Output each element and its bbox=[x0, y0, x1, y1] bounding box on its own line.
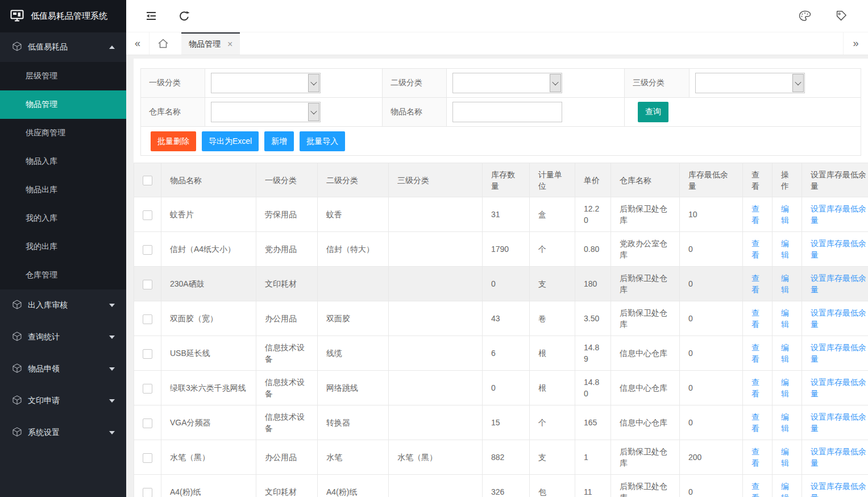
view-link[interactable]: 查看 bbox=[751, 204, 759, 225]
sidebar-group[interactable]: 文印申请 bbox=[0, 385, 126, 417]
cell-cat2: A4(粉)纸 bbox=[318, 475, 389, 497]
cell-name: 双面胶（宽） bbox=[161, 301, 256, 336]
row-checkbox[interactable] bbox=[143, 280, 152, 289]
edit-link[interactable]: 编辑 bbox=[781, 343, 789, 363]
tabs-scroll-right-icon[interactable]: » bbox=[843, 32, 868, 55]
edit-cell: 编辑 bbox=[773, 232, 802, 267]
sidebar-subitem[interactable]: 我的出库 bbox=[0, 233, 126, 261]
chevron-down-icon bbox=[109, 367, 115, 371]
sidebar-group[interactable]: 查询统计 bbox=[0, 321, 126, 353]
cell-qty: 6 bbox=[483, 336, 530, 371]
sidebar-subitem-label: 我的入库 bbox=[26, 213, 57, 223]
refresh-icon[interactable] bbox=[173, 5, 196, 27]
batch-delete-button[interactable]: 批量删除 bbox=[151, 131, 196, 151]
cube-icon bbox=[13, 42, 22, 53]
set-min-stock-link[interactable]: 设置库存最低余量 bbox=[811, 482, 866, 497]
set-min-stock-link[interactable]: 设置库存最低余量 bbox=[811, 308, 866, 329]
sidebar-subitem[interactable]: 物品入库 bbox=[0, 147, 126, 176]
set-min-cell: 设置库存最低余量 bbox=[802, 440, 868, 475]
sidebar-subitem[interactable]: 我的入库 bbox=[0, 204, 126, 233]
view-link[interactable]: 查看 bbox=[751, 482, 759, 497]
batch-import-button[interactable]: 批量导入 bbox=[300, 131, 345, 151]
item-name-input[interactable] bbox=[452, 102, 562, 122]
cell-cat2: 水笔 bbox=[318, 440, 389, 475]
sidebar-subitem[interactable]: 供应商管理 bbox=[0, 119, 126, 147]
cell-price: 165 bbox=[575, 405, 611, 440]
tabs-scroll-left-icon[interactable]: « bbox=[126, 32, 149, 55]
level1-select[interactable] bbox=[211, 73, 321, 93]
cube-icon bbox=[13, 300, 22, 311]
tab-item-management[interactable]: 物品管理 × bbox=[181, 32, 240, 55]
edit-link[interactable]: 编辑 bbox=[781, 239, 789, 259]
view-link[interactable]: 查看 bbox=[751, 378, 759, 398]
sidebar-subitem[interactable]: 物品出库 bbox=[0, 176, 126, 204]
cell-qty: 0 bbox=[483, 371, 530, 405]
edit-link[interactable]: 编辑 bbox=[781, 482, 789, 497]
sidebar-group[interactable]: 物品申领 bbox=[0, 353, 126, 385]
select-all-checkbox[interactable] bbox=[143, 176, 152, 185]
edit-link[interactable]: 编辑 bbox=[781, 412, 789, 433]
search-button[interactable]: 查询 bbox=[638, 102, 668, 122]
sidebar-group-consumables[interactable]: 低值易耗品 bbox=[0, 32, 126, 62]
cell-unit: 盒 bbox=[530, 197, 575, 232]
cell-cat3 bbox=[389, 267, 483, 301]
sidebar-menu: 低值易耗品 层级管理物品管理供应商管理物品入库物品出库我的入库我的出库仓库管理 … bbox=[0, 32, 126, 497]
row-checkbox[interactable] bbox=[143, 488, 152, 497]
warehouse-select[interactable] bbox=[211, 102, 321, 122]
sidebar-subitem[interactable]: 仓库管理 bbox=[0, 261, 126, 289]
table-row: 蚊香片劳保用品蚊香31盒12.20后勤保卫处仓库10查看编辑设置库存最低余量 bbox=[134, 197, 868, 232]
set-min-stock-link[interactable]: 设置库存最低余量 bbox=[811, 343, 866, 363]
chevron-up-icon bbox=[109, 45, 115, 49]
edit-link[interactable]: 编辑 bbox=[781, 447, 789, 467]
set-min-cell: 设置库存最低余量 bbox=[802, 301, 868, 336]
set-min-stock-link[interactable]: 设置库存最低余量 bbox=[811, 274, 866, 294]
edit-link[interactable]: 编辑 bbox=[781, 274, 789, 294]
sidebar-group-label: 查询统计 bbox=[28, 332, 60, 342]
add-button[interactable]: 新增 bbox=[264, 131, 294, 151]
fold-menu-icon[interactable] bbox=[140, 5, 163, 27]
view-link[interactable]: 查看 bbox=[751, 308, 759, 329]
set-min-stock-link[interactable]: 设置库存最低余量 bbox=[811, 447, 866, 467]
home-icon[interactable] bbox=[149, 32, 176, 55]
cell-unit: 卷 bbox=[530, 301, 575, 336]
palette-icon[interactable] bbox=[794, 5, 816, 27]
view-cell: 查看 bbox=[743, 440, 773, 475]
sidebar-group-label: 文印申请 bbox=[28, 396, 60, 406]
edit-cell: 编辑 bbox=[773, 475, 802, 497]
tag-icon[interactable] bbox=[830, 5, 853, 27]
edit-cell: 编辑 bbox=[773, 267, 802, 301]
sidebar-subitem[interactable]: 物品管理 bbox=[0, 90, 126, 119]
sidebar-subitem-label: 供应商管理 bbox=[26, 128, 65, 138]
level2-select[interactable] bbox=[452, 73, 562, 93]
row-checkbox[interactable] bbox=[143, 349, 152, 359]
row-checkbox[interactable] bbox=[143, 419, 152, 428]
edit-link[interactable]: 编辑 bbox=[781, 378, 789, 398]
edit-link[interactable]: 编辑 bbox=[781, 308, 789, 329]
row-checkbox[interactable] bbox=[143, 384, 152, 394]
edit-link[interactable]: 编辑 bbox=[781, 204, 789, 225]
view-link[interactable]: 查看 bbox=[751, 239, 759, 259]
sidebar-group[interactable]: 系统设置 bbox=[0, 417, 126, 449]
sidebar-subitem[interactable]: 层级管理 bbox=[0, 62, 126, 90]
set-min-cell: 设置库存最低余量 bbox=[802, 336, 868, 371]
cell-warehouse: 后勤保卫处仓库 bbox=[611, 475, 680, 497]
row-checkbox[interactable] bbox=[143, 245, 152, 255]
view-link[interactable]: 查看 bbox=[751, 343, 759, 363]
row-checkbox[interactable] bbox=[143, 314, 152, 324]
row-checkbox[interactable] bbox=[143, 210, 152, 220]
set-min-stock-link[interactable]: 设置库存最低余量 bbox=[811, 412, 866, 433]
view-link[interactable]: 查看 bbox=[751, 412, 759, 433]
cell-qty: 0 bbox=[483, 267, 530, 301]
view-link[interactable]: 查看 bbox=[751, 274, 759, 294]
sidebar-group[interactable]: 出入库审核 bbox=[0, 289, 126, 321]
sidebar-subitem-label: 我的出库 bbox=[26, 242, 57, 252]
set-min-stock-link[interactable]: 设置库存最低余量 bbox=[811, 378, 866, 398]
close-icon[interactable]: × bbox=[227, 40, 232, 49]
export-excel-button[interactable]: 导出为Excel bbox=[202, 131, 259, 151]
set-min-stock-link[interactable]: 设置库存最低余量 bbox=[811, 204, 866, 225]
level3-select[interactable] bbox=[695, 73, 805, 93]
set-min-stock-link[interactable]: 设置库存最低余量 bbox=[811, 239, 866, 259]
cell-cat1: 党办用品 bbox=[256, 232, 318, 267]
row-checkbox[interactable] bbox=[143, 453, 152, 463]
view-link[interactable]: 查看 bbox=[751, 447, 759, 467]
